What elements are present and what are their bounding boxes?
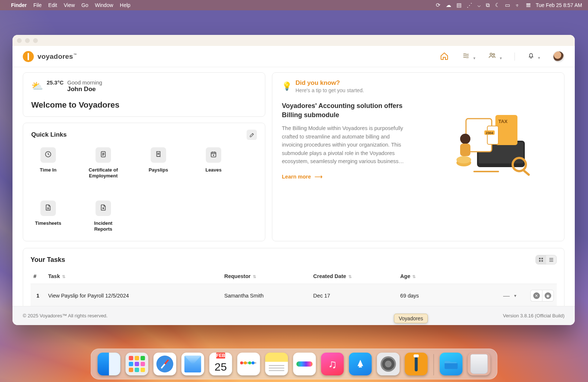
clock-icon (44, 150, 52, 160)
nav-notifications-icon[interactable] (527, 52, 540, 61)
nav-people-icon[interactable] (488, 51, 502, 61)
svg-rect-23 (541, 260, 543, 262)
view-grid-button[interactable] (536, 255, 546, 264)
dock-app-notes[interactable] (265, 353, 288, 375)
brand-name: voyadores (37, 53, 76, 61)
window-zoom-button[interactable] (33, 38, 38, 43)
dock-app-trash[interactable] (468, 353, 491, 375)
dock-app-appstore[interactable] (349, 353, 372, 375)
calendar-plus-icon (209, 150, 218, 160)
brand[interactable]: voyadores (23, 51, 76, 62)
row-view-button[interactable]: ◉ (542, 290, 554, 302)
file-x-icon (99, 203, 107, 213)
menubar-item-file[interactable]: File (33, 2, 42, 8)
tip-card: 💡 Did you know? Here's a tip to get you … (272, 72, 564, 241)
dock-app-finder[interactable] (98, 353, 121, 375)
window-minimize-button[interactable] (25, 38, 30, 43)
menubar-app-name[interactable]: Finder (11, 2, 27, 8)
status-wifi-icon[interactable]: ᯤ (515, 2, 521, 8)
quick-link-payslips[interactable]: Payslips (141, 147, 175, 179)
eye-icon: ◉ (545, 292, 551, 299)
menubar-item-help[interactable]: Help (120, 2, 130, 8)
col-age[interactable]: Age⇅ (397, 270, 445, 284)
nav-modules-icon[interactable] (462, 51, 476, 61)
status-control-center-icon[interactable]: 𝌆 (526, 2, 531, 8)
dock-tooltip: Voyadores (394, 314, 428, 323)
dock-app-launchpad[interactable] (126, 353, 148, 375)
weather-icon: ⛅ (31, 80, 43, 92)
quick-link-timesheets[interactable]: Timesheets (31, 201, 65, 233)
status-bluetooth-icon[interactable]: ⌵ (477, 2, 481, 8)
menubar-item-edit[interactable]: Edit (48, 2, 57, 8)
svg-rect-10 (487, 126, 498, 144)
svg-text:2304: 2304 (486, 131, 493, 135)
row-index: 1 (31, 284, 45, 306)
lightbulb-icon: 💡 (282, 82, 292, 91)
brand-logo-icon (23, 51, 34, 62)
svg-rect-12 (460, 144, 470, 156)
dock-app-calendar[interactable]: FEB25 (209, 353, 232, 375)
footer-version: Version 3.8.16 (Official Build) (503, 313, 564, 318)
dock-app-freeform[interactable] (293, 353, 316, 375)
col-created[interactable]: Created Date⇅ (310, 270, 397, 284)
window-close-button[interactable] (17, 38, 22, 43)
document-icon (99, 150, 107, 160)
tasks-title: Your Tasks (31, 256, 65, 264)
dock-app-safari[interactable] (154, 353, 176, 375)
status-display-icon[interactable]: ⧉ (486, 2, 490, 8)
welcome-headline: Welcome to Voyadores (31, 100, 257, 110)
row-status-dropdown[interactable]: ▾ (514, 293, 516, 298)
col-index[interactable]: # (31, 270, 45, 284)
menubar-item-window[interactable]: Window (95, 2, 113, 8)
table-row: 1View Payslip for Payroll 12/5/2024Saman… (31, 284, 557, 306)
quick-link-incident[interactable]: Incident Reports (86, 201, 120, 233)
tasks-table: # Task⇅ Requestor⇅ Created Date⇅ Age⇅ 1V… (31, 270, 557, 306)
svg-rect-22 (539, 260, 540, 262)
quick-link-time-in[interactable]: Time In (31, 147, 65, 179)
weather-temp: 25.3°C (47, 79, 64, 86)
svg-text:TAX: TAX (498, 119, 508, 124)
quick-link-coe[interactable]: Certificate of Employment (86, 147, 120, 179)
col-task[interactable]: Task⇅ (45, 270, 221, 284)
view-list-button[interactable] (546, 255, 556, 264)
edit-quick-links-button[interactable] (247, 130, 257, 140)
macos-menubar: Finder File Edit View Go Window Help ⟳ ☁… (0, 0, 588, 10)
close-icon: ✕ (533, 292, 540, 299)
status-sync-icon[interactable]: ⟳ (436, 2, 441, 8)
tip-body: The Billing Module within Voyadores is p… (282, 124, 410, 165)
svg-rect-16 (523, 169, 530, 176)
row-dismiss-button[interactable]: ✕ (530, 290, 542, 302)
dock-app-music[interactable]: ♫ (321, 353, 344, 375)
row-created: Dec 17 (310, 284, 397, 306)
status-drive-icon[interactable]: ▤ (456, 2, 462, 8)
header-divider (514, 53, 515, 61)
row-age: 69 days (397, 284, 445, 306)
svg-point-14 (456, 156, 471, 163)
col-requestor[interactable]: Requestor⇅ (221, 270, 310, 284)
learn-more-link[interactable]: Learn more⟶ (282, 174, 323, 180)
dock-app-settings[interactable] (377, 353, 400, 375)
tasks-card: Your Tasks # Task⇅ Requestor⇅ Created Da… (23, 248, 564, 306)
dock-app-mail[interactable] (182, 353, 204, 375)
dock: FEB25 ♫ (91, 349, 498, 379)
sort-icon: ⇅ (62, 274, 65, 279)
status-dnd-icon[interactable]: ☾ (495, 2, 500, 8)
status-battery-icon[interactable]: ▭ (505, 2, 510, 8)
menubar-item-view[interactable]: View (64, 2, 75, 8)
dock-app-reminders[interactable] (237, 353, 260, 375)
menubar-item-go[interactable]: Go (82, 2, 89, 8)
svg-rect-21 (541, 257, 543, 259)
status-menu-extra-icon[interactable]: ⋰ (467, 2, 472, 8)
status-cloud-icon[interactable]: ☁ (446, 2, 451, 8)
svg-rect-20 (539, 257, 540, 259)
welcome-card: ⛅ 25.3°C Good morning John Doe Welcom (23, 72, 265, 117)
nav-home-icon[interactable] (440, 52, 449, 61)
quick-link-leaves[interactable]: Leaves (197, 147, 230, 179)
row-task: View Payslip for Payroll 12/5/2024 (45, 284, 221, 306)
dock-app-downloads[interactable] (440, 353, 463, 375)
svg-rect-17 (473, 171, 499, 172)
quick-links-title: Quick Links (31, 131, 67, 138)
user-avatar[interactable] (553, 51, 564, 62)
dock-app-voyadores[interactable] (405, 353, 428, 375)
menubar-datetime[interactable]: Tue Feb 25 8:57 AM (536, 2, 582, 8)
